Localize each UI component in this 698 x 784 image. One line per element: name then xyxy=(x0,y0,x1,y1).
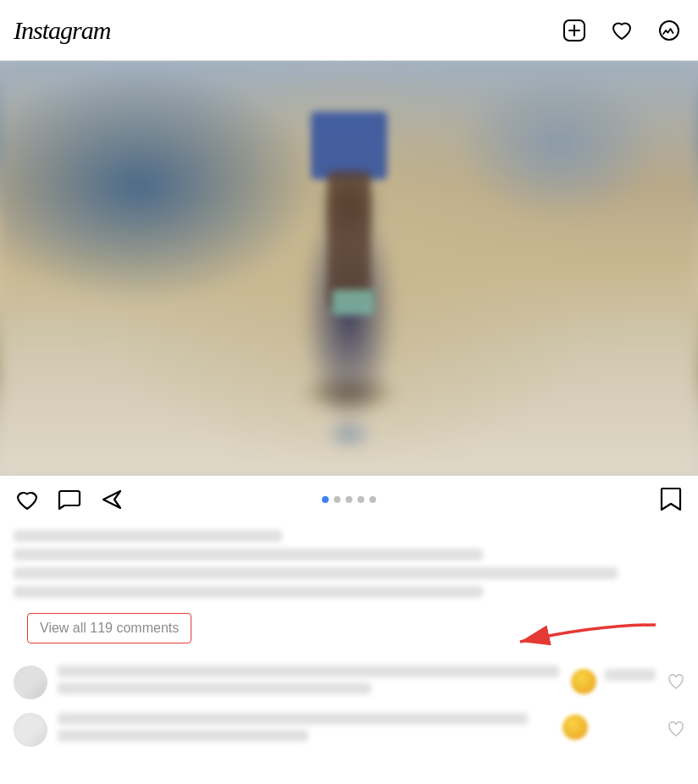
share-button[interactable] xyxy=(98,486,125,513)
carousel-dot-4 xyxy=(357,496,364,503)
figure-legs xyxy=(328,171,370,306)
comment-row-1 xyxy=(0,659,698,706)
carousel-dot-3 xyxy=(346,496,352,503)
comment-subtext-1 xyxy=(58,682,371,694)
emoji-1 xyxy=(571,669,596,694)
emoji-2 xyxy=(562,715,588,740)
view-comments-wrapper: View all 119 comments xyxy=(0,605,698,652)
add-post-icon xyxy=(562,19,586,42)
notifications-button[interactable] xyxy=(607,15,637,46)
comment-row-2 xyxy=(0,706,698,754)
comment-text-1 xyxy=(58,665,559,677)
figure-shoes xyxy=(332,290,374,315)
app-header: Instagram xyxy=(0,0,698,61)
view-all-comments-link[interactable]: View all 119 comments xyxy=(27,613,191,643)
bookmark-icon xyxy=(659,487,683,512)
carousel-dot-2 xyxy=(334,496,341,503)
share-icon xyxy=(99,487,125,512)
comment-text-2 xyxy=(58,713,528,725)
header-icons xyxy=(559,15,684,46)
comment-like-2[interactable] xyxy=(668,721,684,738)
comment-heart-icon-2 xyxy=(668,721,684,738)
like-icon xyxy=(14,487,40,512)
annotation-arrow xyxy=(495,616,664,659)
messenger-icon xyxy=(657,19,681,42)
carousel-dot-1 xyxy=(322,496,329,503)
comment-extra-text-1 xyxy=(605,669,656,681)
comment-avatar-2 xyxy=(14,713,47,747)
direct-messages-button[interactable] xyxy=(654,15,684,46)
caption-section xyxy=(0,549,698,598)
comment-content-2 xyxy=(58,713,684,747)
add-post-button[interactable] xyxy=(559,15,590,46)
post-image xyxy=(0,61,698,476)
likes-section xyxy=(0,530,698,542)
caption-line-1 xyxy=(14,549,483,560)
carousel-dots xyxy=(322,496,376,503)
comment-heart-icon-1 xyxy=(668,674,684,691)
caption-line-2 xyxy=(14,567,618,579)
caption-line-3 xyxy=(14,586,483,598)
comment-button[interactable] xyxy=(56,486,83,513)
post-actions-bar xyxy=(0,476,698,523)
figure-shorts xyxy=(311,112,387,179)
comment-icon xyxy=(57,487,82,512)
bookmark-button[interactable] xyxy=(657,486,684,513)
comment-avatar-1 xyxy=(14,665,47,699)
likes-count-blurred xyxy=(14,530,282,542)
carousel-dot-5 xyxy=(369,496,376,503)
instagram-logo: Instagram xyxy=(14,16,110,45)
heart-icon xyxy=(610,19,634,42)
comment-like-1[interactable] xyxy=(668,674,684,691)
red-arrow-icon xyxy=(495,616,664,659)
like-button[interactable] xyxy=(14,486,41,513)
comment-subtext-2 xyxy=(58,730,308,742)
post-actions-left xyxy=(14,486,125,513)
